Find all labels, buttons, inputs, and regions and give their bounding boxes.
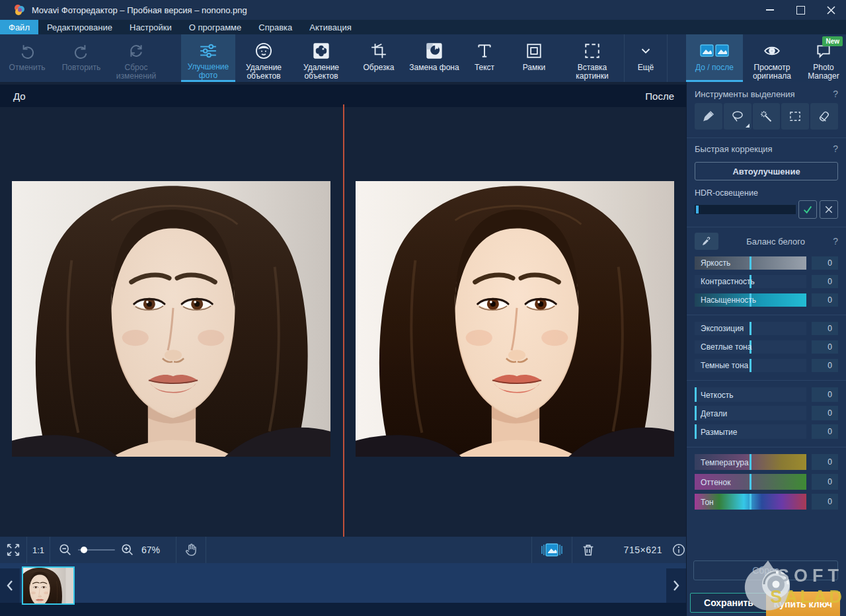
brush-tool-button[interactable] — [695, 103, 722, 130]
tool-frames[interactable]: Рамки — [508, 34, 560, 82]
menu-help[interactable]: Справка — [250, 20, 301, 34]
hue-value[interactable]: 0 — [812, 494, 838, 510]
menu-about[interactable]: О программе — [180, 20, 250, 34]
eraser-tool-button[interactable] — [810, 103, 838, 130]
chevron-left-icon — [5, 579, 15, 592]
tool-object-removal[interactable]: Удаление объектов — [292, 34, 350, 82]
magic-wand-tool-button[interactable] — [753, 103, 781, 130]
menu-settings[interactable]: Настройки — [121, 20, 180, 34]
redo-button[interactable]: Повторить — [54, 34, 108, 82]
details-slider[interactable]: Детали — [695, 406, 806, 420]
saturation-value[interactable]: 0 — [812, 293, 838, 307]
white-balance-eyedropper-button[interactable] — [695, 233, 718, 250]
fit-screen-button[interactable] — [0, 537, 26, 563]
details-value[interactable]: 0 — [812, 406, 838, 420]
white-balance-title: Баланс белого — [718, 237, 833, 247]
zoom-slider[interactable] — [78, 549, 115, 551]
reset-button[interactable]: Сброс — [693, 560, 838, 580]
menu-file[interactable]: Файл — [0, 20, 38, 34]
slider-handle[interactable] — [750, 359, 751, 372]
brightness-slider[interactable]: Яркость — [695, 256, 806, 270]
info-icon — [672, 543, 686, 557]
exposure-value[interactable]: 0 — [812, 322, 838, 335]
delete-image-button[interactable] — [572, 537, 604, 563]
reset-changes-button[interactable]: Сброс изменений — [108, 34, 164, 82]
info-button[interactable] — [672, 537, 686, 563]
temperature-slider[interactable]: Температура — [695, 454, 806, 470]
maximize-button[interactable] — [785, 0, 816, 20]
menu-activation[interactable]: Активация — [301, 20, 360, 34]
hue-slider[interactable]: Тон — [695, 494, 806, 510]
filmstrip-scroll-track[interactable] — [0, 603, 686, 616]
slider-handle[interactable] — [750, 454, 751, 470]
temperature-value[interactable]: 0 — [812, 454, 838, 470]
blur-slider[interactable]: Размытие — [695, 424, 806, 439]
filmstrip-toggle-button[interactable] — [532, 537, 572, 563]
app-window: Movavi Фоторедактор – Пробная версия – n… — [0, 0, 846, 616]
actual-size-button[interactable]: 1:1 — [27, 537, 50, 563]
quick-correction-help-icon[interactable]: ? — [833, 143, 838, 154]
contrast-slider[interactable]: Контрастность — [695, 275, 806, 288]
sharpness-slider[interactable]: Четкость — [695, 387, 806, 402]
image-dimensions: 715×621 — [624, 537, 662, 563]
app-logo-icon — [13, 4, 25, 16]
view-original[interactable]: Просмотр оригинала — [743, 34, 801, 82]
cancel-hdr-button[interactable] — [820, 200, 838, 219]
menu-edit[interactable]: Редактирование — [38, 20, 121, 34]
slider-row: Светлые тона 0 — [695, 340, 838, 354]
zoom-out-icon[interactable] — [58, 543, 73, 557]
close-button[interactable] — [816, 0, 846, 20]
before-after-divider[interactable] — [343, 104, 344, 537]
highlights-value[interactable]: 0 — [812, 340, 838, 354]
save-button[interactable]: Сохранить — [690, 593, 767, 613]
blur-value[interactable]: 0 — [812, 424, 838, 439]
zoom-slider-handle[interactable] — [81, 547, 87, 553]
tool-more[interactable]: Ещё — [624, 34, 668, 82]
eraser-tool-icon — [818, 110, 831, 123]
apply-hdr-button[interactable] — [798, 200, 817, 219]
lasso-dropdown-indicator — [746, 124, 750, 128]
sharpness-value[interactable]: 0 — [812, 387, 838, 402]
undo-button[interactable]: Отменить — [0, 34, 54, 82]
zoom-in-icon[interactable] — [120, 543, 135, 557]
shadows-value[interactable]: 0 — [812, 359, 838, 372]
slider-handle[interactable] — [750, 474, 751, 490]
buy-key-button[interactable]: Купить ключ — [766, 592, 840, 616]
exposure-slider[interactable]: Экспозиция — [695, 322, 806, 335]
brush-tool-icon — [702, 110, 715, 123]
highlights-slider[interactable]: Светлые тона — [695, 340, 806, 354]
tool-retouch[interactable]: Удаление объектов — [235, 34, 292, 82]
tool-crop[interactable]: Обрезка — [350, 34, 407, 82]
minimize-button[interactable] — [755, 0, 785, 20]
marquee-tool-button[interactable] — [781, 103, 809, 130]
undo-icon — [19, 42, 36, 59]
contrast-value[interactable]: 0 — [812, 275, 838, 288]
tool-insert-picture[interactable]: Вставка картинки — [560, 34, 624, 82]
before-after-header: До После — [0, 85, 686, 107]
slider-handle[interactable] — [750, 494, 751, 510]
tint-slider[interactable]: Оттенок — [695, 474, 806, 490]
brightness-value[interactable]: 0 — [812, 256, 838, 270]
hand-tool-button[interactable] — [176, 537, 206, 563]
slider-handle[interactable] — [750, 322, 751, 335]
hdr-slider-handle[interactable] — [696, 206, 699, 213]
tool-text[interactable]: Текст — [461, 34, 508, 82]
lasso-tool-button[interactable] — [724, 103, 751, 130]
tool-enhance[interactable]: Улучшение фото — [181, 34, 235, 82]
hdr-slider[interactable] — [695, 205, 796, 214]
shadows-slider[interactable]: Темные тона — [695, 359, 806, 372]
view-before-after[interactable]: До / после — [686, 34, 743, 82]
white-balance-help-icon[interactable]: ? — [833, 236, 838, 247]
slider-handle[interactable] — [750, 256, 751, 270]
next-thumbnails-button[interactable] — [666, 568, 686, 603]
image-thumbnail[interactable] — [22, 566, 75, 605]
tool-background[interactable]: Замена фона — [407, 34, 461, 82]
tint-value[interactable]: 0 — [812, 474, 838, 490]
prev-thumbnails-button[interactable] — [0, 568, 20, 603]
view-photo-manager[interactable]: New Photo Manager — [801, 34, 846, 82]
slider-row: Оттенок 0 — [695, 474, 838, 490]
selection-help-icon[interactable]: ? — [833, 89, 838, 99]
saturation-slider[interactable]: Насыщенность — [695, 293, 806, 307]
hand-tool-icon — [184, 543, 198, 557]
autoenhance-button[interactable]: Автоулучшение — [695, 162, 838, 180]
